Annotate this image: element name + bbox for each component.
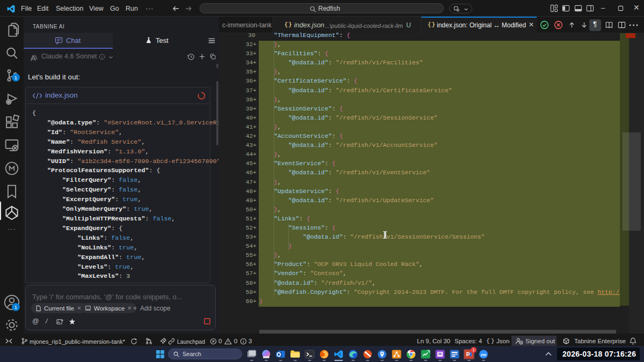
svg-text:zm: zm <box>481 352 487 357</box>
